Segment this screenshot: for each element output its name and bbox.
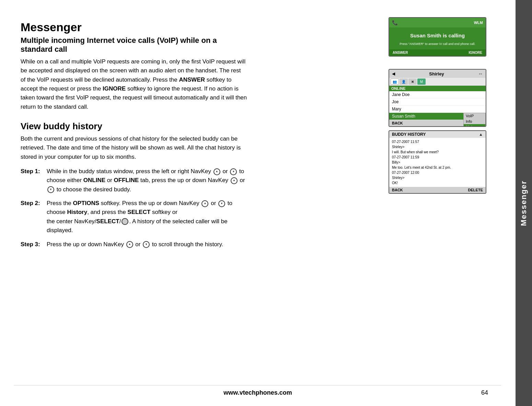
section-buddy-history: View buddy history Both the current and … [21,121,247,249]
wlm-icon: WLM [474,21,483,25]
history-line-1: 07-27-2007 11:57 [392,139,483,144]
press-answer-text: Press "ANSWER" to answer iV call and end… [393,42,482,46]
phone-softkeys-bar: ANSWER IGNORE [389,49,486,56]
history-line-5: Billy> [392,160,483,165]
history-line-9: OK! [392,180,483,186]
section1-body: While on a call and multiple VoIP reques… [21,57,247,111]
buddy-tab-icon-3: ✖ [408,79,417,85]
history-line-2: Shirley> [392,144,483,150]
footer-website: www.vtechphones.com [223,389,292,396]
buddy-jane: Jane Doe [389,91,486,98]
footer: www.vtechphones.com [0,389,516,396]
phone-calling-screen: Susan Smith is calling Press "ANSWER" to… [389,27,486,49]
history-delete-softkey[interactable]: DELETE [468,188,483,192]
history-line-4: 07-27-2007 11:59 [392,155,483,160]
section-title: Messenger [21,21,247,34]
section-subtitle: Multiple incoming Internet voice calls (… [21,36,247,54]
step2-content: Press the OPTIONS softkey. Press the up … [47,199,247,235]
page-number: 64 [481,389,488,396]
context-menu: VoIP Info History [463,113,486,127]
buddy-tab-icon-2: 👤 [400,79,408,85]
history-line-8: Shirley> [392,175,483,180]
ignore-keyword: IGNORE [103,85,126,92]
navkey-down-icon [47,186,54,193]
buddy-tab-bar: 👥 👤 ✖ M [389,78,486,86]
buddy-title: Shirley [395,71,478,76]
right-column: 📞 WLM Susan Smith is calling Press "ANSW… [389,17,488,194]
buddy-history-intro: Both the current and previous sessions o… [21,134,247,162]
step-1: Step 1: While in the buddy status window… [21,167,247,194]
buddy-back-softkey[interactable]: BACK [392,121,403,125]
navkey-center-icon [122,218,128,225]
step-2: Step 2: Press the OPTIONS softkey. Press… [21,199,247,235]
history-softkeys: BACK DELETE [389,187,486,193]
history-body: 07-27-2007 11:57 Shirley> I will. But wh… [389,138,486,187]
answer-keyword: ANSWER [179,76,205,83]
context-history[interactable]: History [464,124,485,127]
phone-screen-buddy-list: ◀ Shirley ↔ 👥 👤 ✖ M ONLINE Jane Doe Joe … [389,69,486,127]
step3-label: Step 3: [21,240,47,249]
navkey-up2-icon [201,200,208,207]
bottom-border [14,385,501,385]
navkey-up3-icon [126,241,133,248]
history-keyword: History [67,209,88,215]
buddy-mary: Mary [389,106,486,113]
navkey-up-icon [231,177,238,184]
buddy-list: Jane Doe Joe Mary Susan Smith VoIP Info … [389,91,486,120]
phone-header-bar: 📞 WLM [389,18,486,27]
phone-screen-incoming-call: 📞 WLM Susan Smith is calling Press "ANSW… [389,17,486,57]
buddy-susan: Susan Smith VoIP Info History [389,113,486,120]
history-back-softkey[interactable]: BACK [392,188,403,192]
buddy-back-arrow: ◀ [392,71,395,76]
side-tab-label: Messenger [519,180,528,226]
history-title: BUDDY HISTORY [392,132,426,137]
history-line-7: 07-27-2007 12:00 [392,170,483,175]
answer-softkey[interactable]: ANSWER [393,51,408,55]
buddy-tab-icon-1: 👥 [391,79,399,85]
step2-label: Step 2: [21,199,47,235]
history-header: BUDDY HISTORY ▲ [389,131,486,138]
phone-status-icons: WLM [474,21,483,25]
main-content: Messenger Multiple incoming Internet voi… [0,0,516,406]
history-line-3: I will. But when shall we meet? [392,150,483,155]
buddy-online-label: ONLINE [389,86,486,91]
context-voip[interactable]: VoIP [464,113,485,119]
side-tab: Messenger [516,0,532,406]
navkey-down2-icon [218,200,225,207]
history-line-6: Me too. Let's meet at 42nd St. at 2 pm. [392,165,483,170]
offline-keyword: OFFLINE [114,177,139,183]
context-info[interactable]: Info [464,119,485,124]
ignore-softkey[interactable]: IGNORE [469,51,482,55]
step1-content: While in the buddy status window, press … [47,167,247,194]
history-screen: BUDDY HISTORY ▲ 07-27-2007 11:57 Shirley… [389,130,486,194]
left-column: Messenger Multiple incoming Internet voi… [21,21,247,254]
select2-keyword: SELECT [96,218,119,225]
navkey-right-icon [230,168,237,175]
options-keyword: OPTIONS [73,200,100,206]
navkey-down3-icon [143,241,150,248]
buddy-joe: Joe [389,98,486,106]
caller-name: Susan Smith is calling [393,32,482,39]
phone-icon: 📞 [392,20,398,25]
step-3: Step 3: Press the up or down NavKey or t… [21,240,247,249]
buddy-forward-arrow: ↔ [478,71,483,76]
navkey-left-icon [213,168,220,175]
steps-container: Step 1: While in the buddy status window… [21,167,247,249]
step1-label: Step 1: [21,167,47,194]
step3-content: Press the up or down NavKey or to scroll… [47,240,247,249]
select-keyword: SELECT [127,209,150,215]
buddy-tab-icon-4: M [417,79,426,85]
buddy-header: ◀ Shirley ↔ [389,70,486,78]
history-up-arrow: ▲ [479,132,483,137]
section-messenger: Messenger Multiple incoming Internet voi… [21,21,247,111]
online-keyword: ONLINE [83,177,105,183]
buddy-history-title: View buddy history [21,121,247,132]
